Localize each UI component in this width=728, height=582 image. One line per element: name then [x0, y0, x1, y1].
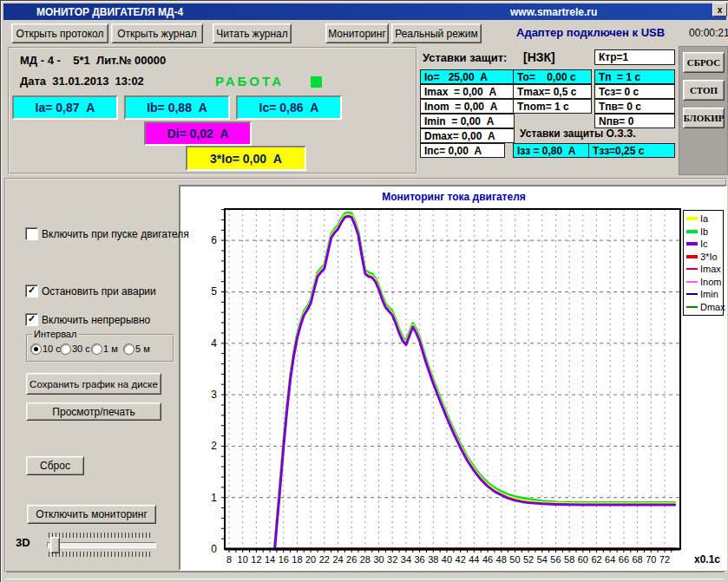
continuous-checkbox[interactable]: ✓: [25, 313, 38, 326]
svg-text:12: 12: [251, 554, 261, 565]
block-button[interactable]: БЛОКИР: [683, 108, 725, 128]
interval-10s-radio[interactable]: [30, 343, 42, 355]
window-title: МОНИТОР ДВИГАТЕЛЯ МД-4: [36, 6, 183, 18]
svg-text:20: 20: [305, 554, 316, 565]
interval-30s-radio[interactable]: [60, 343, 71, 355]
legend-label: Dmax: [700, 302, 725, 312]
chart-panel: Мониторинг тока двигателя 81012141618202…: [179, 185, 727, 571]
run-status-label: РАБОТА: [215, 74, 284, 88]
interval-10s-label: 10 с: [43, 343, 61, 354]
save-chart-button[interactable]: Сохранить график на диске: [26, 373, 161, 395]
svg-text:10: 10: [238, 554, 248, 565]
svg-text:70: 70: [646, 554, 656, 565]
legend-label: Imin: [700, 289, 718, 299]
phase-a-current: Ia= 0,87 А: [12, 95, 118, 120]
legend-line-sample: [686, 255, 698, 258]
3d-slider[interactable]: [47, 531, 154, 558]
svg-text:48: 48: [496, 554, 507, 565]
slider-ticks-bottom: [49, 552, 153, 557]
svg-text:6: 6: [211, 234, 217, 246]
svg-text:8: 8: [226, 554, 232, 565]
session-timer: 00:00:21: [689, 27, 728, 39]
npv-setting[interactable]: Nпв= 0: [594, 114, 675, 128]
legend-item-Ib: Ib: [686, 226, 721, 237]
device-id: МД - 4 - 5*1 Лит.№ 00000: [20, 54, 166, 67]
ktr-field[interactable]: Ктр=1: [594, 49, 675, 65]
interval-label: Интервал: [32, 329, 78, 339]
legend-line-sample: [686, 281, 698, 283]
svg-text:14: 14: [265, 554, 275, 565]
3d-label: 3D: [16, 536, 30, 549]
start-on-motor-start-checkbox[interactable]: [25, 227, 38, 240]
interval-5m-radio[interactable]: [123, 343, 134, 355]
read-log-button[interactable]: Читать журнал: [213, 23, 292, 43]
tsz-setting[interactable]: Тсз= 0 с: [594, 84, 675, 99]
phase-c-current: Ic= 0,86 А: [236, 95, 342, 120]
svg-text:5: 5: [211, 285, 217, 298]
tp-setting[interactable]: Тп = 1 с: [594, 69, 675, 84]
tzz-setting[interactable]: Тзз=0,25 с: [588, 143, 675, 158]
svg-text:58: 58: [564, 554, 574, 565]
tnom-setting[interactable]: Тnom= 1 с: [513, 99, 592, 114]
close-icon[interactable]: x: [712, 3, 727, 16]
imax-setting[interactable]: Imax = 0,00 А: [420, 84, 515, 99]
open-log-button[interactable]: Открыть журнал: [111, 23, 203, 43]
svg-text:68: 68: [632, 554, 642, 565]
interval-5m-label: 5 м: [135, 343, 150, 354]
ozz-title: Уставки защиты О.З.З.: [520, 128, 636, 140]
interval-1m-label: 1 м: [103, 343, 118, 354]
legend-label: Ia: [700, 213, 708, 224]
reset-button[interactable]: СБРОС: [683, 52, 725, 73]
inom-setting[interactable]: Inom = 0,00 А: [420, 99, 515, 114]
svg-text:26: 26: [346, 554, 357, 565]
imin-setting[interactable]: Imin = 0,00 А: [420, 114, 515, 128]
legend-line-sample: [686, 242, 698, 245]
preview-print-button[interactable]: Просмотр/печать: [26, 402, 161, 421]
disable-monitoring-button[interactable]: Отключить мониторинг: [27, 505, 156, 524]
chart-reset-button[interactable]: Сброс: [26, 456, 84, 475]
x-axis-unit: x0.1c: [694, 553, 720, 566]
svg-text:54: 54: [537, 554, 548, 565]
real-mode-button[interactable]: Реальный режим: [391, 23, 482, 43]
svg-text:64: 64: [605, 554, 615, 565]
chart-legend: IaIbIc3*IoImaxInomIminDmax: [683, 210, 724, 316]
legend-line-sample: [686, 230, 698, 233]
interval-1m-radio[interactable]: [91, 343, 102, 355]
zero-sequence-current: 3*Io= 0,00 А: [186, 146, 306, 171]
to-setting[interactable]: То= 0,00 с: [513, 69, 592, 84]
svg-text:32: 32: [387, 554, 397, 565]
svg-text:22: 22: [319, 554, 330, 565]
svg-text:42: 42: [456, 554, 466, 565]
svg-text:30: 30: [373, 554, 384, 565]
settings-mode: [НЗК]: [523, 50, 555, 64]
status-bar: [6, 572, 724, 579]
stop-button[interactable]: СТОП: [683, 80, 725, 101]
io-setting[interactable]: Io= 25,00 А: [420, 69, 515, 84]
svg-text:62: 62: [591, 554, 601, 565]
svg-text:2: 2: [211, 440, 217, 452]
legend-label: Ic: [700, 239, 708, 249]
svg-text:16: 16: [279, 554, 289, 565]
dmax-setting[interactable]: Dmax= 0,00 А: [420, 128, 515, 143]
open-protocol-button[interactable]: Открыть протокол: [11, 23, 108, 43]
status-indicator: [311, 76, 322, 88]
legend-line-sample: [686, 268, 698, 270]
svg-text:0: 0: [211, 543, 217, 555]
stop-on-fault-label: Остановить при аварии: [42, 285, 156, 298]
tmax-setting[interactable]: Тmax= 0,5 с: [513, 84, 592, 99]
adapter-status: Адаптер подключен к USB: [516, 26, 665, 39]
slider-track[interactable]: [47, 542, 156, 548]
date-time: Дата 31.01.2013 13:02: [20, 75, 144, 88]
site-link: www.smartrele.ru: [510, 6, 597, 18]
legend-line-sample: [686, 306, 698, 308]
tpv-setting[interactable]: Тпв= 0 с: [594, 99, 675, 114]
stop-on-fault-checkbox[interactable]: ✓: [25, 284, 38, 298]
legend-item-Imax: Imax: [686, 264, 721, 274]
izz-setting[interactable]: Iзз = 0,80 А: [513, 143, 592, 158]
svg-text:36: 36: [414, 554, 424, 565]
slider-ticks-top: [49, 533, 153, 538]
legend-label: Ib: [700, 226, 708, 237]
monitoring-button[interactable]: Мониторинг: [325, 23, 389, 43]
ipc-setting[interactable]: Iпс= 0,00 А: [420, 143, 505, 158]
svg-text:50: 50: [509, 554, 520, 565]
